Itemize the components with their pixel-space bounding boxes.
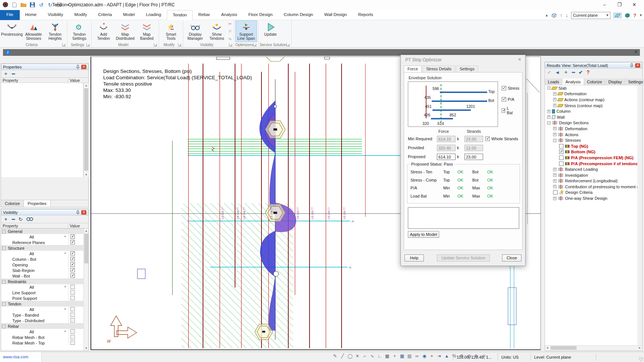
results-tab-loads[interactable]: Loads <box>545 79 562 85</box>
visibility-checkbox[interactable] <box>70 313 75 317</box>
dialog-launcher-icon[interactable] <box>253 43 257 47</box>
results-tree-item-top-ng[interactable]: Top (NG) <box>545 143 637 149</box>
help-icon[interactable]: ? <box>587 69 590 75</box>
results-tree-item-actions-contour-map[interactable]: + Actions (contour map) <box>545 97 637 103</box>
remove-property-button[interactable]: ━ <box>12 71 15 77</box>
tab-colorize[interactable]: Colorize <box>1 200 24 207</box>
collapse-icon[interactable]: − <box>2 302 6 306</box>
results-tree-item-deformation[interactable]: + Deformation <box>545 126 637 132</box>
expand-icon[interactable]: + <box>553 179 556 183</box>
statusbar-tool-icon[interactable]: ⌐ <box>362 353 367 359</box>
results-tree-item-reinforcement-longitudinal[interactable]: + Reinforcement (Longitudinal) <box>545 178 637 184</box>
menu-tab-modify[interactable]: Modify <box>69 10 93 20</box>
collapse-ribbon-icon[interactable]: ▲ <box>545 13 548 17</box>
statusbar-tool-icon[interactable]: ◉ <box>422 353 427 359</box>
chevron-down-icon[interactable]: ▼ <box>639 13 643 17</box>
units-indicator[interactable]: Units: US <box>501 355 518 359</box>
results-tab-settings[interactable]: Settings <box>625 79 644 85</box>
plane-selector-combo[interactable]: Current plane▼ <box>571 12 610 19</box>
visibility-checkbox[interactable] <box>70 318 75 323</box>
ribbon-button-map-distributed[interactable]: Map Distributed <box>114 20 136 42</box>
close-icon[interactable]: ✕ <box>81 65 86 69</box>
ribbon-button-update[interactable]: Update <box>260 20 281 42</box>
statusbar-tool-icon[interactable]: ∞ <box>415 353 419 359</box>
visibility-checkbox[interactable] <box>70 340 75 345</box>
statusbar-tool-icon[interactable]: ⌖ <box>429 353 434 359</box>
close-dialog-button[interactable]: Close <box>502 254 521 262</box>
remove-filter-button[interactable]: ━ <box>12 217 15 222</box>
statusbar-tool-icon[interactable]: ▤ <box>407 353 412 359</box>
close-button[interactable]: ✕ <box>627 0 642 9</box>
glasses-icon[interactable] <box>26 217 33 221</box>
add-property-button[interactable]: ＋ <box>3 70 8 77</box>
results-tree-item-investigation[interactable]: + Investigation <box>545 172 637 178</box>
visibility-item-reference-planes[interactable]: Reference Planes <box>1 240 83 245</box>
add-filter-button[interactable]: ＋ <box>3 216 8 222</box>
expand-icon[interactable]: + <box>553 168 556 171</box>
properties-scrollbar[interactable]: ▲ ▼ <box>83 83 89 177</box>
level-down-icon[interactable]: ↓ <box>565 12 568 18</box>
results-tree-item-p-a-precompression-of-tendons[interactable]: P/A (Precompression # of tendons) <box>545 161 637 167</box>
statusbar-tool-icon[interactable]: ✎ <box>333 353 337 359</box>
grid-cube-icon[interactable] <box>551 13 557 18</box>
statusbar-tool-icon[interactable]: ▦ <box>385 353 390 359</box>
ribbon-button-add-tendon[interactable]: Add Tendon <box>93 20 114 42</box>
expand-plus-icon[interactable]: + <box>64 285 66 289</box>
statusbar-tool-icon[interactable]: ✕ <box>355 353 360 359</box>
menu-tab-home[interactable]: Home <box>20 10 42 20</box>
menu-tab-tendon[interactable]: Tendon <box>167 10 193 20</box>
results-tree-item-wall[interactable]: + Wall <box>545 114 637 120</box>
pin-icon[interactable] <box>630 63 634 68</box>
scroll-down-icon[interactable]: ▼ <box>84 346 89 350</box>
ribbon-button-support-line-span[interactable]: Support Line Span <box>235 20 257 42</box>
visibility-checkbox[interactable] <box>70 329 75 334</box>
statusbar-tool-icon[interactable]: ∟ <box>377 353 382 359</box>
expand-icon[interactable]: + <box>553 98 556 101</box>
help-button[interactable]: Help <box>405 254 424 262</box>
statusbar-tool-icon[interactable]: + <box>392 353 397 359</box>
expand-icon[interactable]: + <box>553 173 556 177</box>
reset-icon[interactable]: ↻ <box>19 217 23 222</box>
expand-icon[interactable]: + <box>553 197 556 200</box>
level-up-icon[interactable]: ↑ <box>560 12 562 18</box>
results-tree-item-contribution-of-prestressing-to-moment-cap[interactable]: + Contribution of prestressing to moment… <box>545 184 637 190</box>
visibility-scrollbar[interactable]: ▲ ▼ <box>83 228 89 350</box>
collapse-icon[interactable]: − <box>547 121 551 125</box>
ribbon-button-allowable-stresses[interactable]: Allowable Stresses <box>23 20 44 42</box>
visibility-checkbox[interactable] <box>70 268 75 272</box>
visibility-group-restraints[interactable]: −Restraints <box>1 279 83 284</box>
result-checkbox[interactable] <box>559 150 564 154</box>
dialog-launcher-icon[interactable] <box>286 43 290 47</box>
results-tree-item-actions[interactable]: + Actions <box>545 132 637 138</box>
scroll-up-icon[interactable]: ▲ <box>84 228 89 233</box>
expand-icon[interactable]: + <box>553 104 556 107</box>
visibility-item-wall-bot[interactable]: Wall - Bot <box>1 273 83 279</box>
properties-list[interactable] <box>1 83 83 177</box>
pin-icon[interactable] <box>76 65 80 69</box>
results-tree-item-bottom-ng[interactable]: Bottom (NG) <box>545 149 637 155</box>
visibility-checkbox[interactable] <box>70 296 75 300</box>
visibility-item-column-bot[interactable]: Column - Bot <box>1 256 83 262</box>
results-tree-item-design-sections[interactable]: − Design Sections <box>545 120 637 126</box>
visibility-checkbox[interactable] <box>70 285 75 289</box>
result-checkbox[interactable] <box>559 161 564 166</box>
solid-view-icon[interactable] <box>625 13 630 18</box>
ribbon-button-tendon-heights[interactable]: x Tendon Heights <box>44 20 66 42</box>
visibility-item-rebar-mesh-bot[interactable]: Rebar Mesh - Bot <box>1 334 83 340</box>
expand-plus-icon[interactable]: + <box>64 251 66 255</box>
results-tree-item-stress-contour-map[interactable]: + Stress (contour map) <box>545 103 637 109</box>
pin-icon[interactable] <box>76 210 80 215</box>
close-icon[interactable]: ✕ <box>81 210 86 215</box>
undo-icon[interactable]: ↺ <box>38 1 44 8</box>
dialog-launcher-icon[interactable] <box>86 43 90 47</box>
menu-tab-wall-design[interactable]: Wall Design <box>318 10 352 20</box>
add-icon[interactable]: ＋ <box>564 69 568 76</box>
min-required-strands-field[interactable] <box>464 136 483 142</box>
results-tree-item-stresses[interactable]: − Stresses <box>545 137 637 143</box>
visibility-item-all[interactable]: All+ <box>1 307 83 312</box>
expand-icon[interactable]: + <box>553 127 556 130</box>
result-checkbox[interactable] <box>559 156 564 160</box>
scroll-right-icon[interactable]: ► <box>637 346 642 350</box>
dialog-launcher-icon[interactable] <box>178 43 181 47</box>
menu-tab-analysis[interactable]: Analysis <box>216 10 243 20</box>
